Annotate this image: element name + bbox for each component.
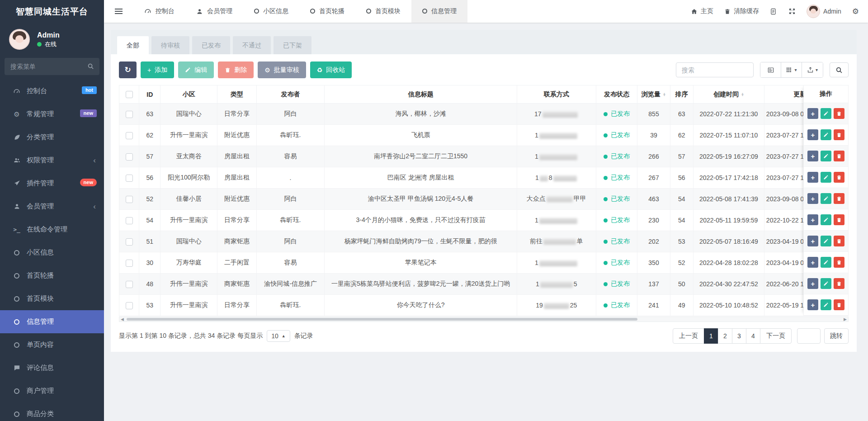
topbar-tab-小区信息[interactable]: 小区信息 xyxy=(243,0,299,23)
row-checkbox[interactable] xyxy=(126,175,133,182)
delete-row-button[interactable] xyxy=(834,108,844,119)
sidebar-item-控制台[interactable]: 控制台hot xyxy=(0,80,104,103)
sidebar-item-会员管理[interactable]: 会员管理‹ xyxy=(0,195,104,218)
columns-button[interactable]: ▾ xyxy=(781,62,802,77)
edit-row-button[interactable] xyxy=(821,193,831,204)
column-header-创建时间[interactable]: 创建时间▲▼ xyxy=(693,85,764,104)
row-checkbox[interactable] xyxy=(126,260,133,267)
more-button[interactable]: + xyxy=(807,299,818,310)
topbar-tab-控制台[interactable]: 控制台 xyxy=(133,0,185,23)
table-search-input[interactable] xyxy=(676,62,754,77)
delete-row-button[interactable] xyxy=(834,299,844,310)
home-link[interactable]: 主页 xyxy=(691,7,713,15)
row-checkbox[interactable] xyxy=(126,302,133,309)
row-checkbox[interactable] xyxy=(126,132,133,139)
sidebar-item-插件管理[interactable]: 插件管理new xyxy=(0,172,104,195)
sidebar-item-评论信息[interactable]: 评论信息 xyxy=(0,356,104,379)
prev-page-button[interactable]: 上一页 xyxy=(673,328,704,344)
next-page-button[interactable]: 下一页 xyxy=(760,328,792,344)
delete-row-button[interactable] xyxy=(834,172,844,183)
page-button-1[interactable]: 1 xyxy=(704,328,718,344)
sidebar-item-首页轮播[interactable]: 首页轮播 xyxy=(0,264,104,287)
delete-row-button[interactable] xyxy=(834,193,844,204)
edit-row-button[interactable] xyxy=(821,108,831,119)
row-checkbox[interactable] xyxy=(126,238,133,246)
settings-gears-icon[interactable]: ⚙ xyxy=(852,8,859,15)
topbar-tab-信息管理[interactable]: 信息管理 xyxy=(411,0,467,23)
filter-tab-全部[interactable]: 全部 xyxy=(117,36,149,54)
scroll-left-icon[interactable]: ◀ xyxy=(121,317,124,322)
more-button[interactable]: + xyxy=(807,236,818,246)
refresh-button[interactable]: ↻ xyxy=(119,61,137,78)
filter-tab-已下架[interactable]: 已下架 xyxy=(274,36,311,54)
delete-row-button[interactable] xyxy=(834,257,844,268)
sidebar-toggle-button[interactable] xyxy=(104,0,133,23)
row-checkbox[interactable] xyxy=(126,111,133,118)
recycle-bin-button[interactable]: ♻回收站 xyxy=(310,61,352,78)
more-button[interactable]: + xyxy=(807,129,818,140)
edit-row-button[interactable] xyxy=(821,129,831,140)
more-button[interactable]: + xyxy=(807,151,818,161)
scrollbar-thumb[interactable] xyxy=(127,318,637,321)
search-submit-button[interactable] xyxy=(830,62,849,77)
batch-audit-button[interactable]: ⚙批量审核 xyxy=(258,61,306,78)
sidebar-item-权限管理[interactable]: 权限管理‹ xyxy=(0,149,104,172)
delete-row-button[interactable] xyxy=(834,151,844,161)
topbar-tab-首页模块[interactable]: 首页模块 xyxy=(355,0,411,23)
sidebar-item-单页内容[interactable]: 单页内容 xyxy=(0,333,104,356)
more-button[interactable]: + xyxy=(807,172,818,183)
scroll-right-icon[interactable]: ▶ xyxy=(844,317,847,322)
sidebar-item-在线命令管理[interactable]: >_在线命令管理 xyxy=(0,218,104,241)
edit-row-button[interactable] xyxy=(821,299,831,310)
edit-row-button[interactable] xyxy=(821,236,831,246)
row-checkbox[interactable] xyxy=(126,196,133,203)
sidebar-item-商品分类[interactable]: 商品分类 xyxy=(0,402,104,421)
topbar-tab-会员管理[interactable]: 会员管理 xyxy=(185,0,243,23)
card-view-button[interactable] xyxy=(760,62,781,77)
more-button[interactable]: + xyxy=(807,108,818,119)
topbar-tab-首页轮播[interactable]: 首页轮播 xyxy=(299,0,355,23)
delete-row-button[interactable] xyxy=(834,278,844,289)
sidebar-item-常规管理[interactable]: ⚙常规管理new xyxy=(0,103,104,126)
filter-tab-已发布[interactable]: 已发布 xyxy=(192,36,230,54)
more-button[interactable]: + xyxy=(807,193,818,204)
jump-page-input[interactable] xyxy=(797,328,821,344)
sidebar-search-input[interactable] xyxy=(5,58,99,75)
export-button[interactable]: ▾ xyxy=(802,62,823,77)
sidebar-item-小区信息[interactable]: 小区信息 xyxy=(0,241,104,264)
edit-row-button[interactable] xyxy=(821,257,831,268)
sidebar-item-信息管理[interactable]: 信息管理 xyxy=(0,310,104,333)
page-button-3[interactable]: 3 xyxy=(732,328,746,344)
edit-row-button[interactable] xyxy=(821,278,831,289)
row-checkbox[interactable] xyxy=(126,281,133,288)
more-button[interactable]: + xyxy=(807,214,818,225)
sort-icon[interactable]: ▲▼ xyxy=(663,93,666,96)
delete-row-button[interactable] xyxy=(834,236,844,246)
delete-button[interactable]: 删除 xyxy=(218,61,254,78)
edit-row-button[interactable] xyxy=(821,151,831,161)
delete-row-button[interactable] xyxy=(834,214,844,225)
add-button[interactable]: +添加 xyxy=(141,61,174,78)
edit-row-button[interactable] xyxy=(821,172,831,183)
page-size-select[interactable]: 10 ▲ xyxy=(267,330,290,342)
sidebar-item-首页模块[interactable]: 首页模块 xyxy=(0,287,104,310)
delete-row-button[interactable] xyxy=(834,129,844,140)
column-header-浏览量[interactable]: 浏览量▲▼ xyxy=(637,85,670,104)
edit-button[interactable]: 编辑 xyxy=(178,61,214,78)
topbar-user[interactable]: Admin xyxy=(807,5,841,18)
row-checkbox[interactable] xyxy=(126,153,133,161)
horizontal-scrollbar[interactable]: ◀ ▶ xyxy=(119,317,849,322)
fullscreen-icon[interactable] xyxy=(788,8,796,15)
jump-button[interactable]: 跳转 xyxy=(824,328,849,344)
filter-tab-不通过[interactable]: 不通过 xyxy=(233,36,271,54)
select-all-checkbox[interactable] xyxy=(126,91,133,98)
page-button-4[interactable]: 4 xyxy=(746,328,760,344)
row-checkbox[interactable] xyxy=(126,217,133,224)
filter-tab-待审核[interactable]: 待审核 xyxy=(151,36,189,54)
avatar[interactable] xyxy=(9,29,30,50)
document-icon[interactable] xyxy=(770,8,778,15)
clear-cache-button[interactable]: 清除缓存 xyxy=(724,7,759,15)
more-button[interactable]: + xyxy=(807,278,818,289)
sidebar-item-分类管理[interactable]: 分类管理 xyxy=(0,126,104,149)
more-button[interactable]: + xyxy=(807,257,818,268)
